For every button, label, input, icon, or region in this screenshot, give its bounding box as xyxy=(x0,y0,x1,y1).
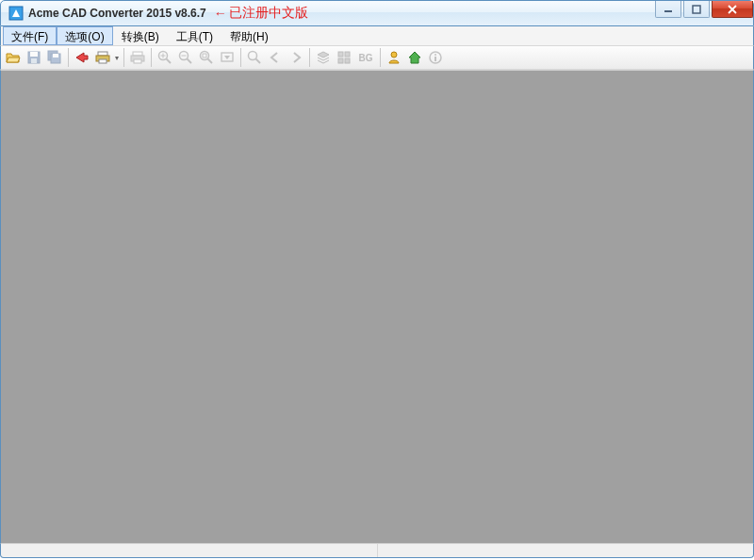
svg-rect-4 xyxy=(30,52,38,57)
save-button[interactable] xyxy=(24,47,44,68)
registration-annotation: ← 已注册中文版 xyxy=(214,5,308,22)
dropdown-arrow-icon[interactable]: ▾ xyxy=(113,54,121,62)
status-cell-2 xyxy=(378,544,754,557)
menu-options[interactable]: 选项(O) xyxy=(57,26,112,45)
svg-rect-2 xyxy=(693,6,700,13)
svg-point-26 xyxy=(249,52,257,60)
svg-line-20 xyxy=(188,59,192,64)
svg-rect-11 xyxy=(99,59,107,63)
save-all-button[interactable] xyxy=(44,47,65,68)
pan-button[interactable] xyxy=(244,47,265,68)
zoom-window-button[interactable] xyxy=(217,47,238,68)
register-button[interactable] xyxy=(384,47,404,68)
annotation-text: 已注册中文版 xyxy=(229,5,308,22)
close-button[interactable] xyxy=(712,1,753,18)
svg-rect-5 xyxy=(31,58,37,63)
svg-rect-12 xyxy=(133,52,142,56)
arrow-left-icon: ← xyxy=(214,6,227,21)
next-button[interactable] xyxy=(286,47,306,68)
svg-rect-28 xyxy=(338,52,343,57)
svg-rect-1 xyxy=(664,10,672,12)
svg-rect-31 xyxy=(345,58,350,63)
svg-rect-29 xyxy=(345,52,350,57)
status-cell-1 xyxy=(1,544,378,557)
window-controls xyxy=(653,1,753,18)
zoom-out-button[interactable] xyxy=(175,47,196,68)
zoom-fit-button[interactable] xyxy=(196,47,217,68)
svg-point-34 xyxy=(434,54,436,56)
home-button[interactable] xyxy=(404,47,425,68)
minimize-button[interactable] xyxy=(655,1,681,18)
svg-line-23 xyxy=(208,59,213,64)
zoom-in-button[interactable] xyxy=(155,47,175,68)
toolbar-separator xyxy=(240,48,241,67)
toolbar-separator xyxy=(123,48,124,67)
maximize-button[interactable] xyxy=(683,1,710,18)
svg-rect-14 xyxy=(134,59,141,63)
layers-button[interactable] xyxy=(313,47,334,68)
canvas-workspace[interactable] xyxy=(0,70,754,543)
prev-button[interactable] xyxy=(265,47,286,68)
info-button[interactable] xyxy=(425,47,446,68)
background-toggle-button[interactable]: BG xyxy=(354,47,377,68)
svg-rect-35 xyxy=(434,57,436,61)
svg-line-27 xyxy=(256,59,261,64)
print-dropdown-button[interactable] xyxy=(92,47,113,68)
toolbar-separator xyxy=(380,48,381,67)
menu-convert[interactable]: 转换(B) xyxy=(113,26,168,45)
svg-rect-24 xyxy=(203,54,206,58)
toolbar-separator xyxy=(151,48,152,67)
svg-rect-8 xyxy=(53,54,58,58)
svg-rect-30 xyxy=(338,58,343,63)
menu-file[interactable]: 文件(F) xyxy=(3,26,57,45)
svg-point-32 xyxy=(391,52,397,58)
menubar: 文件(F) 选项(O) 转换(B) 工具(T) 帮助(H) xyxy=(0,26,754,45)
titlebar: Acme CAD Converter 2015 v8.6.7 ← 已注册中文版 xyxy=(0,0,754,26)
toolbar: ▾ BG xyxy=(0,45,754,70)
print-button[interactable] xyxy=(127,47,148,68)
open-button[interactable] xyxy=(3,47,24,68)
toolbar-separator xyxy=(309,48,310,67)
svg-rect-9 xyxy=(98,52,107,56)
menu-tools[interactable]: 工具(T) xyxy=(168,26,221,45)
convert-button[interactable] xyxy=(72,47,92,68)
menu-help[interactable]: 帮助(H) xyxy=(221,26,277,45)
statusbar xyxy=(0,543,754,558)
toolbar-separator xyxy=(68,48,69,67)
svg-line-16 xyxy=(167,59,172,64)
window-title: Acme CAD Converter 2015 v8.6.7 xyxy=(28,7,206,20)
layouts-button[interactable] xyxy=(334,47,354,68)
svg-point-22 xyxy=(201,52,209,60)
app-icon xyxy=(8,6,24,21)
